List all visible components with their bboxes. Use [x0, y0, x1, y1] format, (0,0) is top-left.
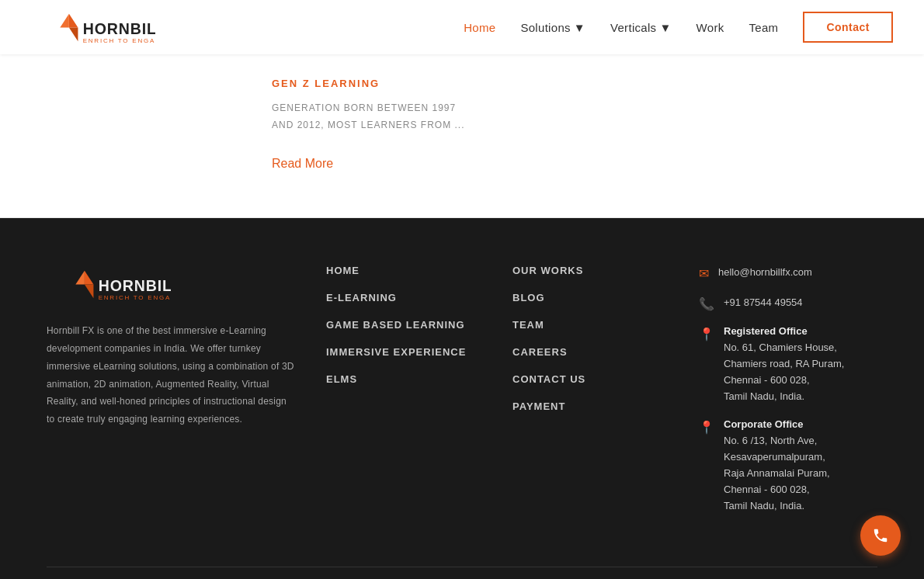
- location-icon-registered: 📍: [699, 327, 714, 342]
- footer-link-immersive[interactable]: IMMERSIVE EXPERIENCE: [326, 346, 481, 358]
- footer-logo-col: HORNBILL ENRICH TO ENGAGE Hornbill FX is…: [47, 265, 295, 528]
- footer-bottom: © 2022 Hornbill FX Pvt. Ltd. All Rights …: [47, 567, 877, 579]
- svg-text:HORNBILL: HORNBILL: [99, 278, 171, 295]
- nav-solutions[interactable]: Solutions ▼: [520, 21, 585, 34]
- svg-marker-1: [69, 27, 78, 41]
- article-tag: GEN Z LEARNING: [272, 78, 862, 89]
- nav-work[interactable]: Work: [696, 21, 724, 34]
- footer-link-game-based[interactable]: GAME BASED LEARNING: [326, 319, 481, 331]
- svg-marker-5: [85, 271, 94, 285]
- footer-phone-row: 📞 +91 87544 49554: [699, 295, 877, 311]
- footer-registered-office-row: 📍 Registered Office No. 61, Chamiers Hou…: [699, 325, 877, 404]
- corporate-office-addr: No. 6 /13, North Ave, Kesavaperumalpuram…: [724, 433, 830, 514]
- footer-link-home[interactable]: HOME: [326, 265, 481, 276]
- navbar: HORNBILL ENRICH TO ENGAGE Home Solutions…: [0, 0, 924, 54]
- footer-description: Hornbill FX is one of the best immersive…: [47, 322, 295, 428]
- logo[interactable]: HORNBILL ENRICH TO ENGAGE: [31, 8, 155, 47]
- footer-logo[interactable]: HORNBILL ENRICH TO ENGAGE: [47, 265, 295, 307]
- footer-link-elearning[interactable]: E-LEARNING: [326, 292, 481, 303]
- nav-links: Home Solutions ▼ Verticals ▼ Work Team C…: [464, 12, 893, 43]
- footer-phone: +91 87544 49554: [724, 295, 803, 311]
- nav-verticals[interactable]: Verticals ▼: [610, 21, 672, 34]
- corporate-office-label: Corporate Office: [724, 418, 830, 430]
- footer-link-careers[interactable]: CAREERS: [512, 346, 668, 358]
- footer-email: hello@hornbillfx.com: [718, 265, 812, 281]
- svg-marker-7: [75, 271, 85, 285]
- svg-text:HORNBILL: HORNBILL: [83, 20, 155, 37]
- footer-link-elms[interactable]: eLMS: [326, 373, 481, 385]
- registered-office-label: Registered Office: [724, 325, 844, 337]
- registered-office-addr: No. 61, Chamiers House, Chamiers road, R…: [724, 340, 844, 404]
- email-icon: ✉: [699, 266, 709, 281]
- nav-team[interactable]: Team: [749, 21, 778, 34]
- footer-nav-col2: OUR WORKS BLOG TEAM CAREERS CONTACT US P…: [512, 265, 668, 528]
- footer-contact-col: ✉ hello@hornbillfx.com 📞 +91 87544 49554…: [699, 265, 877, 528]
- footer-corporate-office-row: 📍 Corporate Office No. 6 /13, North Ave,…: [699, 418, 877, 514]
- footer-nav-col1: HOME E-LEARNING GAME BASED LEARNING IMME…: [326, 265, 481, 528]
- svg-marker-0: [69, 14, 78, 28]
- footer: HORNBILL ENRICH TO ENGAGE Hornbill FX is…: [0, 218, 924, 579]
- footer-email-row: ✉ hello@hornbillfx.com: [699, 265, 877, 281]
- svg-marker-2: [60, 14, 69, 28]
- nav-contact-button[interactable]: Contact: [803, 12, 893, 43]
- svg-text:ENRICH TO ENGAGE: ENRICH TO ENGAGE: [99, 294, 171, 301]
- nav-home[interactable]: Home: [464, 21, 495, 34]
- article-snippet: GENERATION BORN BETWEEN 1997 AND 2012, M…: [272, 100, 567, 133]
- location-icon-corporate: 📍: [699, 420, 714, 435]
- phone-icon: 📞: [699, 296, 714, 311]
- footer-link-contact-us[interactable]: CONTACT US: [512, 373, 668, 385]
- footer-grid: HORNBILL ENRICH TO ENGAGE Hornbill FX is…: [47, 265, 877, 528]
- svg-marker-6: [85, 285, 94, 299]
- footer-link-team[interactable]: TEAM: [512, 319, 668, 331]
- read-more-link[interactable]: Read More: [272, 157, 333, 170]
- footer-link-payment[interactable]: PAYMENT: [512, 400, 668, 412]
- phone-cta-button[interactable]: [860, 515, 901, 556]
- svg-text:ENRICH TO ENGAGE: ENRICH TO ENGAGE: [83, 37, 155, 44]
- footer-link-blog[interactable]: BLOG: [512, 292, 668, 303]
- footer-link-our-works[interactable]: OUR WORKS: [512, 265, 668, 276]
